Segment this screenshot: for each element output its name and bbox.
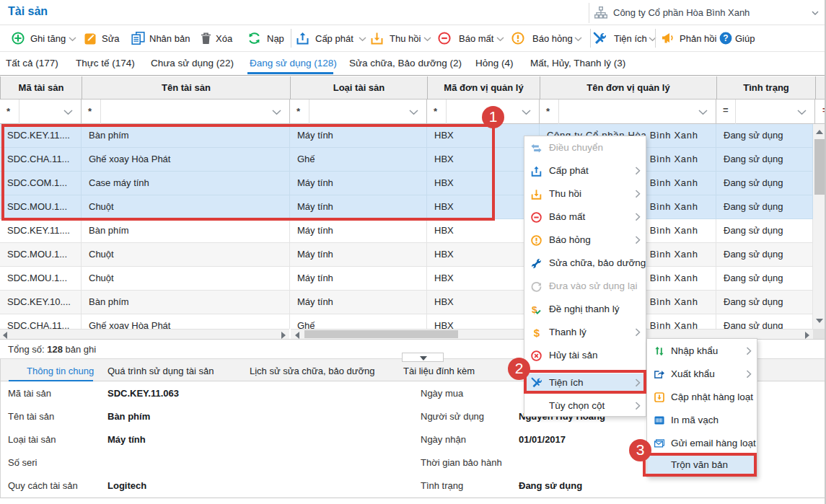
svg-text:?: ? (723, 33, 728, 43)
svg-text:$: $ (534, 327, 540, 338)
